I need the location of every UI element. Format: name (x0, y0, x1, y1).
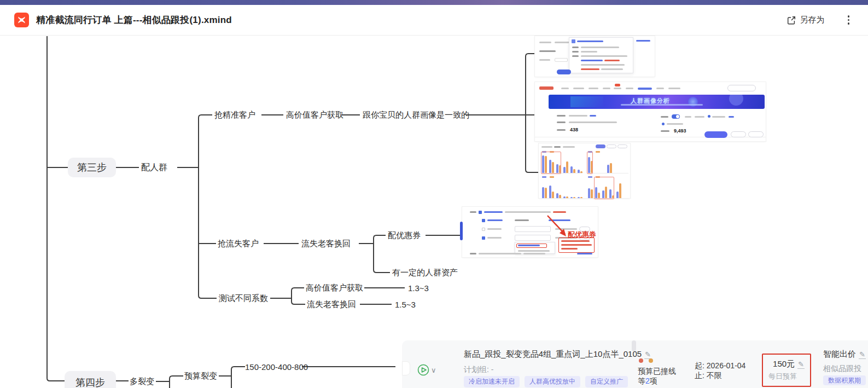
campaign-group-label: 计划组: - (464, 365, 493, 375)
embedded-screenshot-form-tooltip[interactable] (535, 36, 655, 77)
xmind-logo-icon (14, 13, 29, 27)
topic-gen-baobei[interactable]: 跟你宝贝的人群画像是一致的 (363, 110, 469, 120)
tooltip-panel (569, 37, 633, 73)
embedded-screenshot-audience-page[interactable]: 人群画像分析 438 9,493 (535, 82, 766, 141)
campaign-tags: 冷启加速未开启 人群高优投放中 自定义推广 (464, 376, 628, 387)
mini-chart-d (588, 176, 628, 199)
budget-value: 150元✎ (768, 359, 805, 369)
campaign-name: 新品_跟投_裂变竞品4组_重点词_上10点半_0105✎ (464, 349, 651, 360)
campaign-row-card[interactable]: ∨ 新品_跟投_裂变竞品4组_重点词_上10点半_0105✎ 计划组: - 冷启… (402, 340, 868, 388)
edit-budget-icon[interactable]: ✎ (797, 360, 805, 369)
count-left: 438 (570, 127, 578, 132)
app-header: 精准截流同行订单 上篇---相似品跟投(1).xmind 另存为 (0, 5, 868, 36)
topic-pei-renqun[interactable]: 配人群 (141, 162, 167, 173)
mini-chart-b (588, 151, 628, 173)
topic-ceshi-xishu[interactable]: 测试不同系数 (219, 293, 268, 304)
topic-yusuan-liebian[interactable]: 预算裂变 (184, 371, 217, 381)
export-icon (787, 15, 796, 25)
red-highlight-box (558, 238, 595, 253)
chevron-down-icon[interactable]: ∨ (431, 366, 436, 374)
row-checkbox-slot (402, 361, 410, 375)
document-title: 精准截流同行订单 上篇---相似品跟投(1).xmind (36, 14, 232, 26)
status-dot-orange (649, 358, 653, 363)
end-date: 止: 不限 (695, 371, 722, 381)
topic-step3[interactable]: 第三步 (68, 158, 116, 177)
topic-coefficient-2[interactable]: 1.5~3 (395, 300, 416, 309)
topic-qiang-liushi[interactable]: 抢流失客户 (218, 239, 259, 249)
edit-bid-icon[interactable]: ✎ (859, 350, 866, 359)
topic-liushi-2[interactable]: 流失老客换回 (307, 299, 356, 310)
topic-renqun-zichan[interactable]: 有一定的人群资产 (392, 268, 458, 278)
topic-gaojiazhi-1[interactable]: 高价值客户获取 (286, 110, 343, 120)
count-right: 9,493 (674, 128, 686, 134)
topic-qiang-jingzhun[interactable]: 抢精准客户 (214, 110, 255, 120)
confirm-button-placeholder (557, 70, 571, 74)
plan-type: 相似品跟投 (823, 364, 861, 374)
topic-gaojiazhi-2[interactable]: 高价值客户获取 (306, 283, 363, 293)
window-top-strip (0, 0, 868, 5)
scrollbar-thumb[interactable] (632, 340, 636, 351)
topic-coefficient-1[interactable]: 1.3~3 (408, 283, 429, 293)
topic-liushi-1[interactable]: 流失老客换回 (301, 239, 351, 249)
topic-pei-youhuiquan[interactable]: 配优惠券 (388, 230, 421, 241)
save-as-label: 另存为 (800, 15, 825, 25)
tag-audience-priority: 人群高优投放中 (525, 376, 580, 387)
budget-status-text: 预算已撞线 (638, 367, 676, 377)
mini-chart-c (542, 176, 582, 199)
budget-label: 每日预算 (768, 372, 805, 381)
save-as-button[interactable]: 另存为 (787, 15, 825, 25)
daily-budget-highlight-box: 150元✎ 每日预算 (762, 354, 811, 387)
status-more-link[interactable]: 等2项 (638, 377, 657, 386)
side-tab-placeholder (460, 222, 463, 240)
embedded-screenshot-charts[interactable] (539, 143, 630, 198)
stage-tag: 数据积累期 (823, 375, 866, 385)
topic-duo-liebian[interactable]: 多裂变 (130, 377, 154, 387)
edit-name-icon[interactable]: ✎ (644, 350, 651, 359)
mini-chart-a (542, 151, 582, 173)
topic-step4[interactable]: 第四步 (65, 371, 116, 388)
play-status-button[interactable] (417, 364, 429, 378)
more-menu-button[interactable] (843, 13, 854, 27)
start-date: 起: 2026-01-04 (695, 361, 745, 371)
tag-cold-start: 冷启加速未开启 (464, 376, 520, 387)
primary-button-placeholder (704, 131, 727, 138)
status-dot-red (639, 358, 643, 363)
audience-banner: 人群画像分析 (549, 95, 765, 109)
search-input-placeholder (727, 85, 756, 91)
topic-budget-seq[interactable]: 150-200-400-800 (245, 362, 308, 372)
mindmap-canvas[interactable]: 第三步 配人群 抢精准客户 高价值客户获取 跟你宝贝的人群画像是一致的 抢流失客… (0, 36, 868, 388)
bid-type: 智能出价✎ (823, 349, 866, 360)
toggle-switch-placeholder (672, 114, 680, 119)
embedded-screenshot-coupon-form[interactable]: 配优惠券 (462, 207, 598, 257)
tag-custom-promo: 自定义推广 (585, 376, 628, 387)
